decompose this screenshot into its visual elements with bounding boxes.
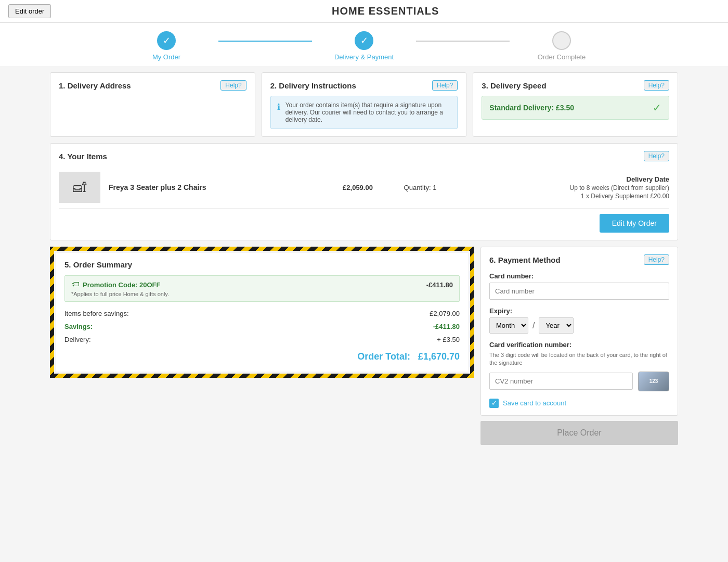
expiry-group: Expiry: Month 010203 040506 070809 10111… xyxy=(489,307,669,334)
cvv-label: Card verification number: xyxy=(489,341,669,349)
save-card-label[interactable]: Save card to account xyxy=(503,399,566,407)
expiry-slash: / xyxy=(532,321,535,330)
card-number-group: Card number: xyxy=(489,272,669,300)
info-icon: ℹ xyxy=(277,102,280,112)
cvv-img-text: 123 xyxy=(649,378,658,384)
place-order-button[interactable]: Place Order xyxy=(480,421,678,445)
expiry-label: Expiry: xyxy=(489,307,669,315)
edit-my-order-button[interactable]: Edit My Order xyxy=(600,214,669,233)
save-card-checkbox[interactable]: ✓ xyxy=(489,399,499,408)
month-select[interactable]: Month 010203 040506 070809 101112 xyxy=(489,317,528,334)
promo-code-amount: -£411.80 xyxy=(426,281,453,289)
standard-delivery-option[interactable]: Standard Delivery: £3.50 ✓ xyxy=(482,96,669,120)
item-price: £2,059.00 xyxy=(327,184,389,191)
step-order-complete-circle xyxy=(552,31,571,50)
cvv-hint: The 3 digit code will be located on the … xyxy=(489,351,669,367)
item-quantity: Quantity: 1 xyxy=(389,184,451,191)
items-before-savings-line: Items before savings: £2,079.00 xyxy=(64,307,460,320)
card-number-input[interactable] xyxy=(489,283,669,300)
delivery-line: Delivery: + £3.50 xyxy=(64,333,460,346)
item-delivery-info: Delivery Date Up to 8 weeks (Direct from… xyxy=(451,175,669,200)
delivery-address-help[interactable]: Help? xyxy=(220,80,246,91)
step-delivery-payment-label: Delivery & Payment xyxy=(334,53,394,61)
delivery-date-sub1: Up to 8 weeks (Direct from supplier) xyxy=(451,184,669,191)
order-summary-hazard-border: 5. Order Summary 🏷 Promotion Code: 20OFF… xyxy=(50,247,474,378)
delivery-instructions-text: Your order contains item(s) that require… xyxy=(285,101,451,123)
savings-value: -£411.80 xyxy=(433,323,460,330)
delivery-date-label: Delivery Date xyxy=(451,175,669,183)
steps-bar: ✓ My Order ✓ Delivery & Payment Order Co… xyxy=(0,23,728,66)
promo-note: *Applies to full price Home & gifts only… xyxy=(71,291,453,297)
your-items-title: 4. Your Items xyxy=(59,152,107,161)
delivery-instructions-title: 2. Delivery Instructions xyxy=(270,81,356,90)
delivery-instructions-help[interactable]: Help? xyxy=(432,80,458,91)
step-connector-2 xyxy=(416,41,510,42)
delivery-instructions-info: ℹ Your order contains item(s) that requi… xyxy=(270,96,458,129)
delivery-speed-title: 3. Delivery Speed xyxy=(482,81,546,90)
site-title: HOME ESSENTIALS xyxy=(51,5,720,17)
step-order-complete: Order Complete xyxy=(510,31,614,61)
step-connector-1 xyxy=(218,41,312,42)
payment-title: 6. Payment Method xyxy=(489,256,561,264)
cvv-input[interactable] xyxy=(489,373,633,390)
order-total-value: £1,670.70 xyxy=(418,351,460,362)
delivery-label: Delivery: xyxy=(64,336,91,343)
delivery-value: + £3.50 xyxy=(437,336,460,343)
delivery-address-section: 1. Delivery Address Help? xyxy=(50,72,255,137)
delivery-address-title: 1. Delivery Address xyxy=(59,81,131,90)
step-order-complete-label: Order Complete xyxy=(538,53,586,61)
delivery-instructions-section: 2. Delivery Instructions Help? ℹ Your or… xyxy=(262,72,467,137)
cvv-image: 123 xyxy=(638,372,669,391)
standard-delivery-label: Standard Delivery: £3.50 xyxy=(489,104,574,112)
save-card-row[interactable]: ✓ Save card to account xyxy=(489,399,669,408)
items-before-savings-value: £2,079.00 xyxy=(430,310,460,317)
order-summary-title: 5. Order Summary xyxy=(64,260,460,269)
your-items-section: 4. Your Items Help? 🛋 Freya 3 Seater plu… xyxy=(50,143,678,240)
delivery-date-sub2: 1 x Delivery Supplement £20.00 xyxy=(451,193,669,200)
order-summary-section: 5. Order Summary 🏷 Promotion Code: 20OFF… xyxy=(56,253,468,372)
step-delivery-payment: ✓ Delivery & Payment xyxy=(312,31,416,61)
savings-line: Savings: -£411.80 xyxy=(64,320,460,333)
savings-label: Savings: xyxy=(64,323,93,330)
promo-code-row: 🏷 Promotion Code: 20OFF -£411.80 *Applie… xyxy=(64,275,460,302)
delivery-speed-section: 3. Delivery Speed Help? Standard Deliver… xyxy=(473,72,678,137)
order-total-label: Order Total: xyxy=(357,351,410,362)
step-my-order-circle: ✓ xyxy=(157,31,176,50)
step-my-order-label: My Order xyxy=(152,53,180,61)
year-select[interactable]: Year 202420252026 202720282029 2030 xyxy=(539,317,574,334)
card-number-label: Card number: xyxy=(489,272,669,280)
edit-order-button[interactable]: Edit order xyxy=(8,4,51,18)
promo-code-label: Promotion Code: 20OFF xyxy=(83,281,161,289)
delivery-speed-help[interactable]: Help? xyxy=(644,80,669,91)
step-my-order: ✓ My Order xyxy=(114,31,218,61)
promo-tag-icon: 🏷 xyxy=(71,280,80,289)
order-total-text: Order Total: £1,670.70 xyxy=(357,351,460,362)
order-total-line: Order Total: £1,670.70 xyxy=(64,346,460,364)
payment-help[interactable]: Help? xyxy=(644,254,669,265)
item-name: Freya 3 Seater plus 2 Chairs xyxy=(109,183,327,191)
sofa-icon: 🛋 xyxy=(73,180,86,196)
delivery-check-icon: ✓ xyxy=(653,101,661,114)
cvv-group: Card verification number: The 3 digit co… xyxy=(489,341,669,391)
table-row: 🛋 Freya 3 Seater plus 2 Chairs £2,059.00… xyxy=(59,167,669,209)
items-before-savings-label: Items before savings: xyxy=(64,310,129,317)
step-delivery-payment-circle: ✓ xyxy=(355,31,373,50)
your-items-help[interactable]: Help? xyxy=(644,151,669,161)
item-image: 🛋 xyxy=(59,172,100,203)
payment-section: 6. Payment Method Help? Card number: Exp… xyxy=(480,247,678,445)
